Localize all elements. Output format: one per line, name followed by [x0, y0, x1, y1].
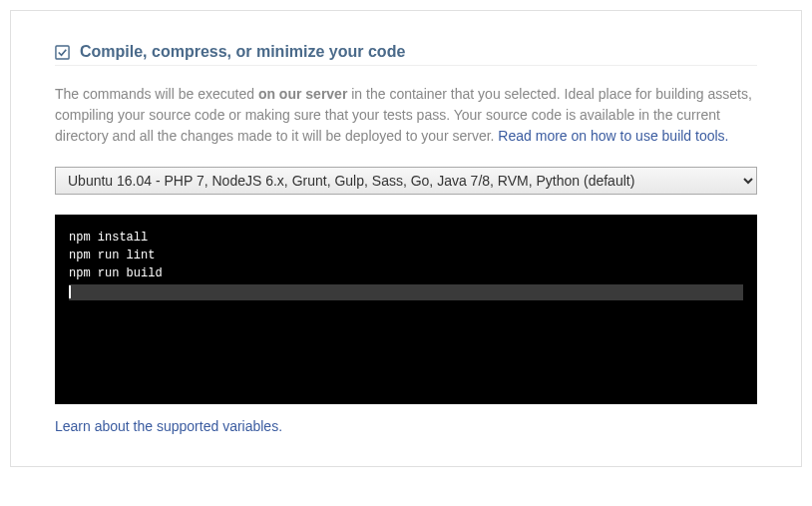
- build-settings-panel: Compile, compress, or minimize your code…: [10, 10, 802, 467]
- description-text-1: The commands will be executed: [55, 86, 258, 102]
- description-bold: on our server: [258, 86, 347, 102]
- footer-link-wrapper: Learn about the supported variables.: [55, 418, 757, 434]
- build-commands-editor[interactable]: npm install npm run lint npm run build: [55, 215, 757, 404]
- code-line: npm install: [69, 229, 743, 247]
- section-description: The commands will be executed on our ser…: [55, 84, 757, 147]
- check-icon: [55, 45, 70, 60]
- variables-link[interactable]: Learn about the supported variables.: [55, 418, 282, 434]
- section-header: Compile, compress, or minimize your code: [55, 43, 757, 66]
- code-line: npm run lint: [69, 247, 743, 264]
- svg-rect-0: [56, 45, 69, 58]
- read-more-link[interactable]: Read more on how to use build tools.: [498, 128, 728, 144]
- container-select[interactable]: Ubuntu 16.04 - PHP 7, NodeJS 6.x, Grunt,…: [55, 167, 757, 195]
- code-line: npm run build: [69, 264, 743, 282]
- editor-cursor-line: [69, 284, 743, 300]
- section-title: Compile, compress, or minimize your code: [80, 43, 405, 61]
- container-select-wrapper: Ubuntu 16.04 - PHP 7, NodeJS 6.x, Grunt,…: [55, 167, 757, 195]
